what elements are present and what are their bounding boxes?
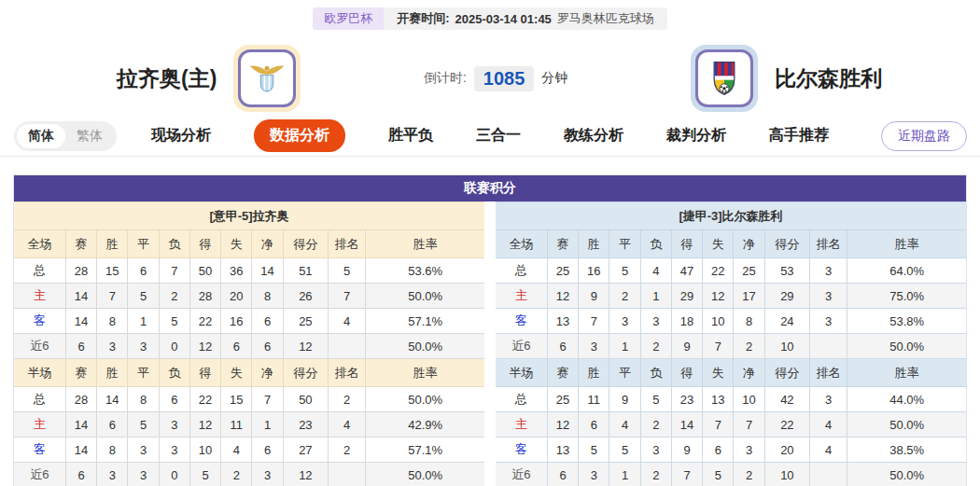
match-header: 拉齐奥(主) 倒计时: 1085 分钟	[0, 41, 980, 116]
stat-cell: 2	[734, 463, 764, 486]
recent-trend-button[interactable]: 近期盘路	[881, 121, 967, 151]
stat-cell: 6	[65, 334, 96, 359]
tab-4[interactable]: 教练分析	[564, 126, 623, 146]
col-header: 得分	[764, 359, 809, 387]
stat-cell: 3	[810, 387, 847, 412]
table-row: 近6633012661250.0%	[14, 334, 484, 359]
winrate-cell: 75.0%	[847, 284, 966, 309]
stat-cell: 8	[128, 387, 159, 412]
col-header: 胜率	[847, 230, 966, 258]
stat-cell: 6	[703, 437, 734, 463]
winrate-cell: 50.0%	[366, 387, 484, 412]
stat-cell: 2	[640, 463, 671, 486]
top-info-bar: 欧罗巴杯 开赛时间: 2025-03-14 01:45 罗马奥林匹克球场	[0, 7, 980, 30]
stat-cell: 12	[189, 334, 220, 359]
stat-cell: 5	[128, 412, 159, 437]
col-header: 胜	[97, 359, 128, 387]
stat-cell: 3	[159, 437, 189, 463]
stat-cell: 9	[671, 334, 702, 359]
stat-cell: 11	[221, 412, 252, 437]
col-header: 负	[640, 359, 671, 387]
stat-cell: 3	[810, 258, 847, 284]
col-header: 赛	[547, 230, 578, 258]
table-row: 近663127521050.0%	[496, 463, 966, 486]
col-header: 平	[609, 230, 640, 258]
stat-cell: 6	[159, 387, 189, 412]
stat-cell: 0	[159, 334, 189, 359]
tab-3[interactable]: 三合一	[476, 126, 521, 146]
stat-cell: 3	[640, 437, 671, 463]
stat-cell: 14	[97, 387, 128, 412]
row-label: 总	[14, 258, 65, 284]
stat-cell: 5	[703, 463, 734, 486]
winrate-cell: 57.1%	[366, 309, 484, 334]
lang-simplified[interactable]: 简体	[17, 124, 65, 148]
col-header: 半场	[14, 359, 65, 387]
stat-cell: 16	[579, 258, 609, 284]
stat-cell: 3	[579, 334, 609, 359]
stat-cell: 3	[609, 309, 640, 334]
col-header: 胜率	[366, 230, 484, 258]
winrate-cell: 50.0%	[366, 463, 484, 486]
stat-cell: 12	[547, 412, 578, 437]
stat-cell: 6	[252, 437, 283, 463]
panel-title: 联赛积分	[14, 175, 966, 201]
winrate-cell: 57.1%	[366, 437, 484, 463]
column-header-row: 半场赛胜平负得失净得分排名胜率	[496, 359, 966, 387]
stat-cell: 6	[547, 334, 578, 359]
table-row: 客14833104627257.1%	[14, 437, 484, 463]
stat-cell: 25	[547, 258, 578, 284]
stat-cell: 10	[764, 334, 809, 359]
col-header: 赛	[547, 359, 578, 387]
stat-cell: 14	[65, 437, 96, 463]
stat-cell: 15	[97, 258, 128, 284]
stat-cell: 2	[221, 463, 252, 486]
tab-6[interactable]: 高手推荐	[769, 126, 829, 146]
row-label: 主	[14, 284, 65, 309]
stat-cell	[329, 334, 366, 359]
col-header: 得	[189, 359, 220, 387]
stat-cell: 3	[128, 463, 159, 486]
stat-cell	[810, 463, 847, 486]
tab-5[interactable]: 裁判分析	[666, 126, 726, 146]
stat-cell: 20	[221, 284, 252, 309]
away-team-logo	[691, 45, 758, 112]
stat-cell: 17	[734, 284, 764, 309]
tab-0[interactable]: 现场分析	[151, 126, 211, 146]
winrate-cell: 53.8%	[847, 309, 966, 334]
stat-cell: 14	[65, 284, 96, 309]
col-header: 胜	[579, 359, 609, 387]
tab-1[interactable]: 数据分析	[254, 119, 345, 152]
stat-cell: 1	[128, 309, 159, 334]
stat-cell: 5	[609, 437, 640, 463]
winrate-cell: 38.5%	[847, 437, 966, 463]
stat-cell: 5	[189, 463, 220, 486]
stat-cell: 2	[640, 412, 671, 437]
stat-cell: 5	[329, 258, 366, 284]
stat-cell: 22	[703, 258, 734, 284]
stat-cell: 7	[252, 387, 283, 412]
stat-cell: 3	[128, 437, 159, 463]
col-header: 全场	[496, 230, 547, 258]
stat-cell: 7	[159, 258, 189, 284]
col-header: 胜	[97, 230, 128, 258]
row-label: 总	[496, 258, 547, 284]
stat-cell: 26	[283, 284, 328, 309]
language-toggle[interactable]: 简体 繁体	[14, 121, 117, 151]
stat-cell: 1	[252, 412, 283, 437]
stat-cell: 3	[734, 437, 764, 463]
nav-bar: 简体 繁体 现场分析数据分析胜平负三合一教练分析裁判分析高手推荐 近期盘路	[0, 116, 980, 157]
col-header: 失	[221, 359, 252, 387]
col-header: 排名	[329, 230, 366, 258]
stat-cell: 3	[579, 463, 609, 486]
col-header: 排名	[329, 359, 366, 387]
stat-cell: 2	[640, 334, 671, 359]
stat-cell: 4	[810, 437, 847, 463]
stat-cell: 6	[579, 412, 609, 437]
stat-cell: 50	[189, 258, 220, 284]
away-team-name: 比尔森胜利	[775, 64, 882, 93]
tab-2[interactable]: 胜平负	[388, 126, 433, 146]
plzen-crest-icon	[701, 55, 748, 102]
lang-traditional[interactable]: 繁体	[65, 124, 114, 148]
column-header-row: 全场赛胜平负得失净得分排名胜率	[14, 230, 484, 258]
